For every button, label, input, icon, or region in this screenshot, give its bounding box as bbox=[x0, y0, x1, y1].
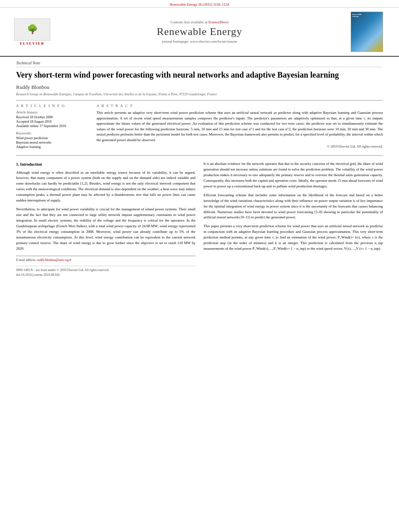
keyword-3: Adaptive learning bbox=[16, 145, 88, 149]
footnote-area: E-mail address: ruddy.blonbou@univ-ag.fr bbox=[16, 256, 195, 263]
sciencedirect-link: Contents lists available at ScienceDirec… bbox=[56, 20, 343, 24]
article-info-col: A R T I C L E I N F O Article history: R… bbox=[16, 104, 88, 152]
body-right-col: It is an absolute evidence for the netwo… bbox=[204, 161, 383, 278]
abstract-col: A B S T R A C T This article presents an… bbox=[97, 104, 383, 152]
article-history: Article history: Received 18 October 200… bbox=[16, 110, 88, 128]
divider-2 bbox=[16, 155, 383, 156]
journal-reference: Renewable Energy 36 (2011) 1118–1124 bbox=[0, 0, 399, 8]
article-info-heading: A R T I C L E I N F O bbox=[16, 104, 88, 108]
right-paragraph-2: Efficient forecasting scheme that includ… bbox=[204, 193, 383, 221]
email-link[interactable]: ruddy.blonbou@univ-ag.fr bbox=[37, 258, 72, 262]
keywords-group: Keywords: Wind power prediction Bayesian… bbox=[16, 131, 88, 149]
keyword-2: Bayesian neural networks bbox=[16, 140, 88, 144]
publisher-logo-area: 🌳 ELSEVIER bbox=[8, 18, 56, 45]
keywords-label: Keywords: bbox=[16, 131, 88, 135]
received-date: Received 18 October 2009 bbox=[16, 115, 88, 119]
accepted-date: Accepted 18 August 2010 bbox=[16, 119, 88, 123]
article-title: Very short-term wind power forecasting w… bbox=[16, 70, 383, 80]
journal-cover-image: RenewableEnergy bbox=[351, 12, 383, 52]
intro-paragraph-2: Nevertheless, to anticipate for wind pow… bbox=[16, 207, 195, 252]
bottom-bar: 0960-1481/$ – see front matter © 2010 El… bbox=[16, 266, 195, 278]
article-section-label: Technical Note bbox=[16, 61, 383, 67]
journal-name: Renewable Energy bbox=[56, 26, 343, 38]
journal-cover-area: RenewableEnergy bbox=[343, 12, 391, 52]
right-paragraph-3: This paper presents a very short-term pr… bbox=[204, 224, 383, 252]
copyright-notice: © 2010 Elsevier Ltd. All rights reserved… bbox=[97, 144, 383, 148]
author-affiliation: Research Group on Renewable Energies, Ca… bbox=[16, 92, 383, 96]
intro-section-title: 1. Introduction bbox=[16, 161, 195, 168]
abstract-text: This article presents an adaptive very s… bbox=[97, 110, 383, 143]
journal-title-area: Contents lists available at ScienceDirec… bbox=[56, 20, 343, 43]
keyword-1: Wind power prediction bbox=[16, 136, 88, 140]
cover-title: RenewableEnergy bbox=[352, 13, 362, 17]
sciencedirect-label[interactable]: ScienceDirect bbox=[208, 20, 228, 24]
body-left-col: 1. Introduction Although wind energy is … bbox=[16, 161, 195, 278]
journal-header: 🌳 ELSEVIER Contents lists available at S… bbox=[0, 8, 399, 57]
article-info-abstract: A R T I C L E I N F O Article history: R… bbox=[16, 104, 383, 152]
history-label: Article history: bbox=[16, 110, 88, 114]
body-content: 1. Introduction Although wind energy is … bbox=[16, 161, 383, 278]
author-name: Ruddy Blonbou bbox=[16, 84, 383, 90]
footnote-email: E-mail address: ruddy.blonbou@univ-ag.fr bbox=[16, 258, 195, 263]
elsevier-logo: 🌳 bbox=[14, 18, 50, 41]
issn-text: 0960-1481/$ – see front matter © 2010 El… bbox=[16, 268, 195, 273]
abstract-heading: A B S T R A C T bbox=[97, 104, 383, 108]
available-date: Available online 17 September 2010 bbox=[16, 124, 88, 128]
doi-text: doi:10.1016/j.renene.2010.08.026 bbox=[16, 273, 195, 277]
article-content: Technical Note Very short-term wind powe… bbox=[0, 57, 399, 286]
intro-paragraph-1: Although wind energy is often described … bbox=[16, 170, 195, 204]
journal-homepage: journal homepage: www.elsevier.com/locat… bbox=[56, 39, 343, 43]
right-paragraph-1: It is an absolute evidence for the netwo… bbox=[204, 161, 383, 189]
divider-1 bbox=[16, 100, 383, 101]
elsevier-text: ELSEVIER bbox=[20, 41, 45, 45]
